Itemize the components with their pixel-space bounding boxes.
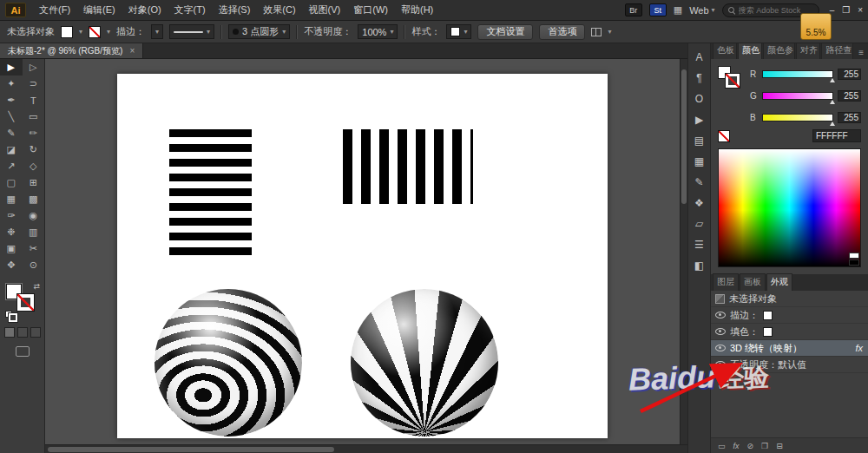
vertical-scrollbar[interactable] [680,59,687,444]
none-swatch[interactable] [718,130,730,142]
chevron-down-icon[interactable]: ▾ [79,28,82,36]
document-tab-close-icon[interactable]: × [129,46,135,56]
menu-type[interactable]: 文字(T) [168,1,212,19]
width-tool-icon[interactable]: ◇ [23,158,45,174]
tab-align[interactable]: 对齐 [796,42,820,59]
fill-color-swatch[interactable] [61,26,73,38]
blue-slider[interactable] [762,114,833,121]
artboards-panel-icon[interactable]: ▤ [690,131,709,150]
opacity-dropdown[interactable]: 100%▾ [358,24,398,39]
stock-icon[interactable]: St [649,3,667,16]
new-stroke-icon[interactable]: ▭ [718,442,726,450]
zoom-tool-icon[interactable]: ⊙ [23,257,45,273]
align-panel-icon[interactable]: ☰ [690,235,709,254]
rotate-tool-icon[interactable]: ↻ [23,141,45,158]
opentype-panel-icon[interactable]: O [690,89,709,108]
menu-edit[interactable]: 编辑(E) [77,1,122,19]
arrange-documents-icon[interactable]: ▦ [674,4,682,16]
line-segment-tool-icon[interactable]: ╲ [0,108,23,125]
menu-object[interactable]: 对象(O) [122,1,168,19]
lasso-tool-icon[interactable]: ⊃ [23,76,45,92]
horizontal-scrollbar[interactable] [45,444,687,453]
eyedropper-tool-icon[interactable]: ✑ [0,207,23,224]
panel-menu-icon[interactable]: ≡ [854,48,868,59]
tab-color[interactable]: 颜色 [738,42,762,59]
red-slider[interactable] [762,70,833,78]
pen-tool-icon[interactable]: ✒ [0,92,23,108]
tab-appearance[interactable]: 外观 [766,273,792,291]
visibility-eye-icon[interactable] [715,359,726,370]
black-swatch[interactable] [849,259,859,266]
color-spectrum[interactable] [718,148,861,267]
brush-definition-dropdown[interactable]: 3 点圆形▾ [228,24,290,39]
pencil-tool-icon[interactable]: ✏ [23,125,45,141]
pathfinder-panel-icon[interactable]: ◧ [690,256,709,275]
paintbrush-tool-icon[interactable]: ✎ [0,125,23,141]
appearance-row-no-selection[interactable]: 未选择对象 [711,291,868,307]
shape-builder-tool-icon[interactable]: ⊞ [23,174,45,191]
fill-swatch-icon[interactable] [763,327,773,337]
actions-panel-icon[interactable]: ▶ [690,110,709,129]
window-close-icon[interactable]: × [858,5,863,15]
style-dropdown[interactable]: ▾ [446,24,471,39]
white-swatch[interactable] [849,253,859,259]
blend-tool-icon[interactable]: ◉ [23,207,45,224]
stroke-weight-dropdown[interactable]: ▾ [151,24,163,39]
scale-tool-icon[interactable]: ↗ [0,158,23,174]
free-transform-tool-icon[interactable]: ▢ [0,174,23,191]
vertical-scrollbar-thumb[interactable] [681,69,687,204]
transform-panel-icon[interactable]: ▱ [690,214,709,233]
bridge-icon[interactable]: Br [625,3,642,16]
symbols-panel-icon[interactable]: ❖ [690,194,709,213]
menu-help[interactable]: 帮助(H) [395,1,439,19]
brushes-panel-icon[interactable]: ✎ [690,173,709,192]
chevron-down-icon[interactable]: ▾ [608,28,611,36]
symbol-sprayer-tool-icon[interactable]: ❉ [0,224,23,240]
draw-inside-button[interactable] [30,327,41,338]
sphere-horizontal-stripes[interactable] [155,289,302,437]
slider-thumb[interactable] [830,100,835,104]
document-setup-button[interactable]: 文档设置 [477,24,533,40]
artboard[interactable] [117,74,608,438]
appearance-row-fill[interactable]: 填色： [711,324,868,340]
visibility-eye-icon[interactable] [715,343,726,353]
duplicate-item-icon[interactable]: ❐ [761,442,768,450]
tab-color-guide[interactable]: 颜色参 [763,42,795,59]
eraser-tool-icon[interactable]: ◪ [0,141,23,158]
type-tool-icon[interactable]: T [23,92,45,108]
draw-normal-button[interactable] [4,327,15,338]
window-restore-icon[interactable]: ❐ [842,5,850,15]
selection-tool-icon[interactable]: ▶ [0,59,23,76]
draw-behind-button[interactable] [17,327,28,338]
stroke-proxy-swatch[interactable] [726,74,740,88]
delete-item-icon[interactable]: ⊟ [776,442,783,450]
magic-wand-tool-icon[interactable]: ✦ [0,76,23,92]
new-effect-icon[interactable]: fx [733,442,740,450]
tab-artboards[interactable]: 画板 [740,273,766,291]
hand-tool-icon[interactable]: ✥ [0,257,23,273]
slider-thumb[interactable] [830,78,835,82]
direct-selection-tool-icon[interactable]: ▷ [23,59,45,76]
character-panel-icon[interactable]: A [690,48,709,67]
stroke-color-swatch[interactable] [17,294,34,311]
visibility-eye-icon[interactable] [715,326,726,337]
width-profile-dropdown[interactable]: ▾ [169,24,214,39]
menu-effect[interactable]: 效果(C) [257,1,301,19]
menu-window[interactable]: 窗口(W) [347,1,394,19]
tab-layers[interactable]: 图层 [713,273,739,291]
horizontal-stripes-rect[interactable] [169,129,252,259]
stroke-color-swatch[interactable] [89,26,101,38]
fx-icon[interactable]: fx [855,343,863,353]
visibility-eye-icon[interactable] [715,310,726,320]
tab-swatches[interactable]: 色板 [713,42,737,59]
hex-input[interactable] [812,129,861,142]
column-graph-tool-icon[interactable]: ▥ [23,224,45,240]
red-value-field[interactable]: 255 [838,69,861,80]
preferences-button[interactable]: 首选项 [539,24,585,40]
app-logo-icon[interactable]: Ai [5,3,26,17]
menu-view[interactable]: 视图(V) [303,1,347,19]
screen-mode-button[interactable] [16,346,30,357]
sphere-vertical-stripes[interactable] [351,289,498,437]
slice-tool-icon[interactable]: ✂ [23,240,45,257]
appearance-row-stroke[interactable]: 描边： [711,307,868,324]
